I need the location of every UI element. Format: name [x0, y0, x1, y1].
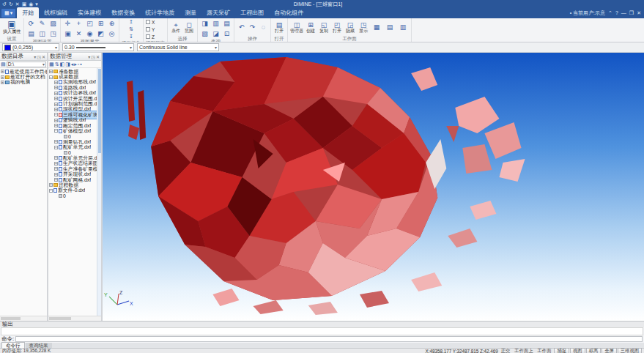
axis-lock-y[interactable]: Y [146, 26, 165, 32]
status-toggle[interactable]: 工作面 [536, 348, 553, 353]
menu-tab[interactable]: 开始 [17, 7, 39, 18]
collapse-all-icon[interactable]: ◧ [60, 61, 65, 67]
scrollbar-thumb[interactable] [1, 317, 21, 320]
ribbon-button[interactable]: ◪ [211, 29, 221, 38]
line-style-select[interactable]: Continuous Solid line ▾ [137, 43, 219, 51]
ribbon-button[interactable]: ✛ [63, 19, 73, 28]
ribbon-button[interactable]: ⌖条件 [170, 21, 182, 34]
tree-expander-icon[interactable]: + [49, 183, 53, 187]
next-icon[interactable]: ▸ [74, 61, 77, 67]
save-file-icon[interactable]: ▪ [80, 61, 81, 67]
ribbon-button[interactable]: ⊕ [107, 19, 116, 28]
prev-icon[interactable]: ◂ [71, 61, 74, 67]
sort-icon[interactable]: ⇅ [55, 61, 59, 67]
undo-icon[interactable]: ↺ [2, 1, 7, 8]
new-file-icon[interactable]: ▫ [78, 61, 79, 67]
ribbon-button[interactable]: ▣ [63, 29, 73, 38]
panel-menu-icon[interactable]: ▾ [88, 54, 90, 59]
layers-icon[interactable]: ▦ [49, 61, 54, 67]
redo-icon[interactable]: ↻ [9, 1, 13, 8]
app-menu-button[interactable]: ▦ ▾ [1, 9, 15, 18]
ribbon-button[interactable]: ⊞ [96, 19, 106, 28]
status-button[interactable]: 三维视图 [618, 348, 642, 353]
help-icon[interactable]: ? [615, 10, 618, 16]
ribbon-button[interactable]: + [74, 19, 84, 28]
float-panel-icon[interactable]: ◳ [91, 54, 95, 59]
axis-lock-x[interactable]: X [146, 19, 165, 25]
tree-expander-icon[interactable]: + [54, 162, 58, 166]
ribbon-button[interactable]: ◳显示 [358, 21, 369, 34]
menu-tab[interactable]: 自动化组件 [269, 7, 308, 18]
restore-icon[interactable]: ❐ [629, 10, 634, 16]
tree-expander-icon[interactable]: + [54, 86, 58, 89]
ribbon-button[interactable]: ⊞创建 [305, 21, 317, 34]
delete-icon[interactable]: ✕ [15, 1, 20, 8]
status-toggle[interactable]: 工作面上 [513, 348, 534, 353]
status-button[interactable]: 捕捉 [554, 348, 569, 353]
tree-expander-icon[interactable]: + [54, 119, 58, 122]
ribbon-button[interactable]: ⇅ [122, 26, 141, 32]
ribbon-button[interactable]: ▨ [48, 19, 58, 28]
color-select[interactable]: (0,0,255) ▾ [2, 43, 59, 51]
axis-lock-z[interactable]: Z [146, 34, 165, 40]
tree-expander-icon[interactable]: + [54, 103, 58, 106]
status-button[interactable]: 标高 [586, 348, 602, 353]
close-panel-icon[interactable]: ✕ [42, 54, 45, 59]
record-icon[interactable]: ◉ [29, 1, 33, 8]
ribbon-button[interactable]: ◉ [85, 29, 95, 38]
tree-expander-icon[interactable]: + [54, 178, 58, 182]
menu-tab[interactable]: 露天采矿 [201, 7, 235, 18]
viewport-3d[interactable]: X Y Z [103, 53, 644, 321]
ribbon-button[interactable]: ↷ [248, 23, 257, 31]
horizontal-scrollbar[interactable] [0, 316, 47, 321]
ribbon-button[interactable]: ▤ [222, 19, 232, 28]
menu-tab[interactable]: 工程出图 [235, 7, 269, 18]
tree-expander-icon[interactable]: + [54, 108, 58, 111]
line-width-select[interactable]: 0.30 ▾ [62, 43, 134, 51]
ribbon-button[interactable]: ◫管理器 [290, 21, 303, 34]
tree-expander-icon[interactable]: + [49, 70, 53, 73]
tree-expander-icon[interactable]: + [54, 140, 58, 144]
ribbon-button[interactable]: ↥ [122, 19, 141, 25]
tree-expander-icon[interactable]: − [49, 75, 53, 79]
folder-icon[interactable]: ▤ [1, 61, 6, 67]
command-input[interactable] [15, 336, 643, 342]
scrollbar-thumb[interactable] [98, 69, 101, 153]
close-icon[interactable]: ✕ [637, 10, 641, 16]
tree-expander-icon[interactable]: + [54, 156, 58, 160]
ribbon-button[interactable]: ▦ [371, 23, 382, 31]
collapse-ribbon-icon[interactable]: ⌃ [608, 10, 612, 16]
ribbon-button[interactable]: ▤ [26, 29, 36, 38]
tree-expander-icon[interactable]: − [54, 146, 58, 149]
ribbon-button[interactable]: ◰ [85, 19, 95, 28]
ribbon-button[interactable]: ▥ [397, 23, 409, 31]
ribbon-button[interactable]: ◱复制 [318, 21, 330, 34]
ribbon-button[interactable]: ▧ [200, 29, 210, 38]
tree-expander-icon[interactable]: + [1, 81, 4, 84]
tree-expander-icon[interactable]: + [54, 81, 58, 84]
ribbon-button[interactable]: ◎ [107, 29, 116, 38]
menu-tab[interactable]: 测量 [179, 7, 201, 18]
menu-tab[interactable]: 统计学地质 [140, 7, 179, 18]
ribbon-button[interactable]: ◩ [96, 29, 106, 38]
ribbon-button[interactable]: ✎ [37, 19, 47, 28]
ribbon-button[interactable]: ▤打开 [273, 21, 285, 34]
ribbon-button[interactable]: ◫ [37, 29, 47, 38]
minimize-icon[interactable]: — [621, 10, 626, 16]
expand-all-icon[interactable]: ◨ [65, 61, 70, 67]
menu-tab[interactable]: 实体建模 [73, 7, 106, 18]
tree-expander-icon[interactable]: + [54, 124, 58, 127]
status-toggle[interactable]: 正交 [500, 348, 512, 353]
float-panel-icon[interactable]: ◳ [37, 54, 41, 59]
menu-tab[interactable]: 数据变换 [106, 7, 140, 18]
ribbon-button[interactable]: ◌ [259, 23, 268, 31]
ribbon-button[interactable]: ↶ [237, 23, 246, 31]
tree-expander-icon[interactable]: − [54, 129, 58, 133]
tree-item[interactable]: −配矿单元.dxf [48, 144, 97, 149]
status-button[interactable]: 视图 [570, 348, 585, 353]
ribbon-button[interactable]: ▤ [384, 23, 396, 31]
ribbon-button[interactable]: ▥ [211, 19, 221, 28]
ribbon-button[interactable]: ◳ [48, 29, 58, 38]
vertical-scrollbar[interactable] [97, 68, 101, 316]
tree-item[interactable]: −新文件-0.dxf [48, 188, 97, 193]
